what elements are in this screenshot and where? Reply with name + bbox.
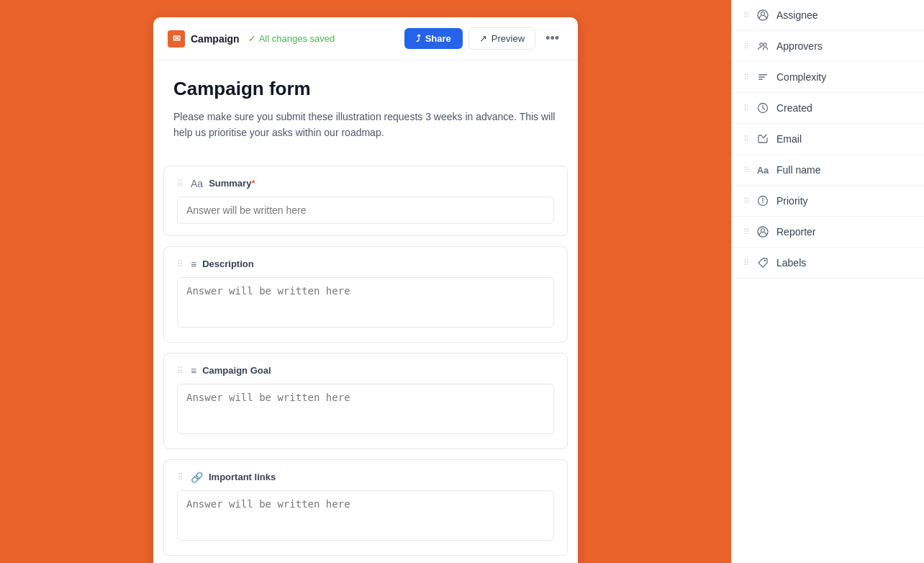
preview-button[interactable]: ↗ Preview: [468, 27, 535, 50]
labels-icon: [756, 256, 769, 269]
svg-point-9: [762, 202, 764, 204]
reporter-icon: [756, 225, 769, 238]
sidebar-label-assignee: Assignee: [776, 9, 818, 21]
sidebar-item-priority[interactable]: ⠿ Priority: [732, 186, 924, 217]
sidebar-item-assignee[interactable]: ⠿ Assignee: [732, 0, 924, 31]
share-button[interactable]: ⤴ Share: [404, 28, 463, 49]
link-icon-links: 🔗: [191, 472, 203, 483]
approvers-icon: [756, 40, 769, 53]
campaign-icon: ✉: [168, 30, 185, 48]
sidebar-item-full-name[interactable]: ⠿ Aa Full name: [732, 155, 924, 186]
drag-handle-description[interactable]: ⠿: [177, 259, 184, 269]
sidebar-label-reporter: Reporter: [776, 226, 815, 238]
sidebar-label-priority: Priority: [776, 195, 808, 207]
field-description: ⠿ ≡ Description: [163, 246, 568, 343]
label-campaign-goal: Campaign Goal: [202, 365, 271, 376]
drag-handle-goal[interactable]: ⠿: [177, 366, 184, 376]
sidebar-item-created[interactable]: ⠿ Created: [732, 93, 924, 124]
saved-status: ✓ All changes saved: [248, 33, 335, 44]
fullname-icon: Aa: [756, 163, 769, 176]
main-area: ✉ Campaign ✓ All changes saved ⤴ Share ↗…: [0, 0, 731, 563]
text-icon-summary: Aa: [191, 178, 203, 189]
complexity-icon: [756, 71, 769, 84]
required-mark-summary: *: [251, 178, 255, 189]
sidebar-drag-created: ⠿: [743, 104, 749, 113]
sidebar-label-complexity: Complexity: [776, 71, 826, 83]
svg-point-11: [761, 229, 765, 233]
form-description: Please make sure you submit these illust…: [173, 109, 558, 141]
sidebar-label-email: Email: [776, 133, 802, 145]
svg-rect-6: [758, 79, 763, 80]
form-card: ✉ Campaign ✓ All changes saved ⤴ Share ↗…: [153, 17, 578, 563]
form-title: Campaign form: [173, 78, 558, 100]
field-summary: ⠿ Aa Summary*: [163, 166, 568, 236]
priority-icon: [756, 194, 769, 207]
sidebar-item-email[interactable]: ⠿ Email: [732, 124, 924, 155]
label-summary: Summary*: [209, 178, 255, 189]
sidebar-drag-approvers: ⠿: [743, 42, 749, 51]
svg-point-2: [760, 43, 763, 46]
svg-point-1: [761, 12, 765, 16]
saved-status-text: All changes saved: [259, 33, 335, 44]
sidebar-label-approvers: Approvers: [776, 40, 823, 52]
label-important-links: Important links: [209, 472, 276, 482]
svg-rect-5: [758, 76, 765, 77]
check-icon: ✓: [248, 33, 256, 44]
field-campaign-goal: ⠿ ≡ Campaign Goal: [163, 353, 568, 449]
email-icon: [756, 132, 769, 145]
drag-handle-summary[interactable]: ⠿: [177, 179, 184, 189]
sidebar-label-full-name: Full name: [776, 164, 820, 176]
field-important-links: ⠿ 🔗 Important links: [163, 459, 568, 556]
header-actions: ⤴ Share ↗ Preview •••: [404, 27, 563, 50]
label-description: Description: [202, 258, 254, 269]
sidebar-label-labels: Labels: [776, 257, 806, 269]
more-options-button[interactable]: •••: [541, 28, 563, 49]
form-header-bar: ✉ Campaign ✓ All changes saved ⤴ Share ↗…: [153, 17, 578, 60]
text-icon-goal: ≡: [191, 365, 196, 377]
sidebar-label-created: Created: [776, 102, 812, 114]
input-summary[interactable]: [177, 197, 554, 224]
sidebar-drag-fullname: ⠿: [743, 166, 749, 175]
sidebar-drag-assignee: ⠿: [743, 11, 749, 20]
share-icon: ⤴: [416, 33, 421, 44]
sidebar-item-approvers[interactable]: ⠿ Approvers: [732, 31, 924, 62]
campaign-name: Campaign: [191, 33, 240, 45]
input-campaign-goal[interactable]: [177, 384, 554, 434]
input-description[interactable]: [177, 277, 554, 328]
input-important-links[interactable]: [177, 490, 554, 541]
sidebar-drag-priority: ⠿: [743, 197, 749, 206]
sidebar-drag-reporter: ⠿: [743, 228, 749, 237]
created-icon: [756, 102, 769, 114]
sidebar-drag-labels: ⠿: [743, 258, 749, 268]
svg-point-12: [764, 260, 766, 261]
external-link-icon: ↗: [479, 33, 487, 44]
drag-handle-links[interactable]: ⠿: [177, 472, 184, 482]
assignee-icon: [756, 9, 769, 22]
sidebar: ⠿ Assignee ⠿ Approvers ⠿: [731, 0, 924, 563]
svg-point-3: [764, 43, 766, 46]
form-intro: Campaign form Please make sure you submi…: [153, 60, 578, 156]
svg-rect-4: [758, 74, 767, 75]
text-icon-description: ≡: [191, 258, 196, 270]
sidebar-drag-complexity: ⠿: [743, 73, 749, 82]
sidebar-item-reporter[interactable]: ⠿ Reporter: [732, 217, 924, 248]
sidebar-item-labels[interactable]: ⠿ Labels: [732, 248, 924, 279]
sidebar-item-complexity[interactable]: ⠿ Complexity: [732, 62, 924, 93]
sidebar-drag-email: ⠿: [743, 135, 749, 144]
